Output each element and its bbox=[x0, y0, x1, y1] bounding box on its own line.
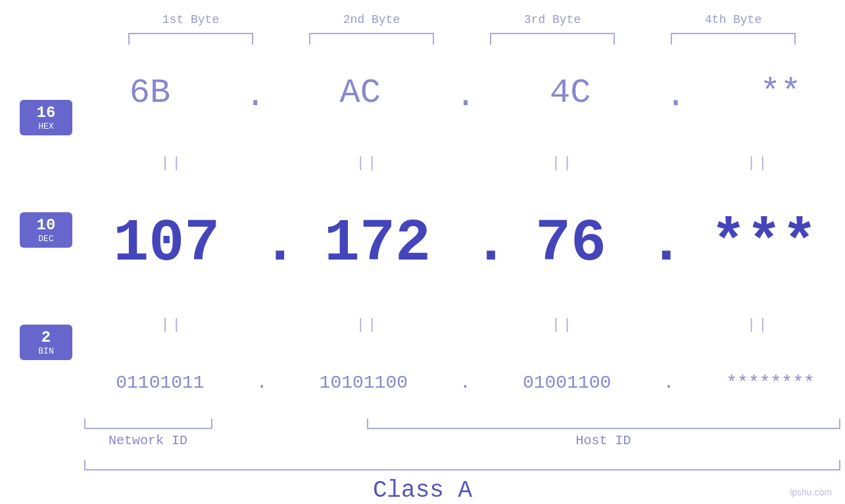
dot-bin-3: . bbox=[659, 373, 679, 393]
bin-byte-4: ******** bbox=[726, 373, 814, 393]
byte-label-1: 1st Byte bbox=[118, 13, 263, 26]
dec-byte-3: 76 bbox=[535, 210, 606, 277]
eq-2-2: || bbox=[295, 317, 440, 333]
class-label-container: Class A bbox=[0, 477, 845, 504]
dec-byte-4: *** bbox=[711, 210, 817, 277]
eq-1-2: || bbox=[295, 155, 440, 172]
bin-badge: 2 BIN bbox=[20, 325, 72, 360]
top-brackets bbox=[101, 33, 824, 45]
byte-label-3: 3rd Byte bbox=[480, 13, 625, 26]
top-bracket-2 bbox=[309, 33, 434, 45]
network-id-label: Network ID bbox=[84, 433, 212, 448]
dot-bin-2: . bbox=[455, 373, 475, 393]
hex-row: 6B . AC . 4C . ** bbox=[92, 70, 838, 116]
top-bracket-3 bbox=[490, 33, 615, 45]
hex-byte-1: 6B bbox=[130, 74, 170, 112]
dot-dec-2: . bbox=[473, 210, 493, 277]
dec-byte-2: 172 bbox=[324, 210, 431, 277]
full-bottom-bracket bbox=[84, 460, 840, 470]
top-bracket-4 bbox=[671, 33, 796, 45]
watermark: ipshu.com bbox=[790, 487, 832, 497]
eq-2-1: || bbox=[100, 317, 245, 333]
byte-label-2: 2nd Byte bbox=[299, 13, 444, 26]
values-area: 6B . AC . 4C . ** || || || || 107 bbox=[85, 51, 845, 412]
dot-dec-1: . bbox=[262, 210, 282, 277]
main-container: 1st Byte 2nd Byte 3rd Byte 4th Byte 16 H… bbox=[0, 0, 845, 504]
dec-row: 107 . 172 . 76 . *** bbox=[92, 210, 838, 277]
bin-byte-2: 10101100 bbox=[320, 373, 408, 393]
eq-1-3: || bbox=[491, 155, 635, 172]
dec-badge: 10 DEC bbox=[20, 212, 72, 248]
equals-row-1: || || || || bbox=[92, 154, 838, 173]
bottom-brackets-row bbox=[84, 419, 840, 429]
dot-bin-1: . bbox=[252, 373, 272, 393]
class-label: Class A bbox=[373, 477, 472, 504]
eq-1-1: || bbox=[100, 155, 245, 172]
hex-badge: 16 HEX bbox=[20, 100, 72, 135]
byte-labels-row: 1st Byte 2nd Byte 3rd Byte 4th Byte bbox=[101, 13, 824, 26]
network-bracket bbox=[84, 419, 212, 429]
bracket-labels: Network ID Host ID bbox=[84, 433, 840, 448]
dot-dec-3: . bbox=[648, 210, 668, 277]
hex-byte-2: AC bbox=[339, 74, 380, 112]
bottom-brackets-area: Network ID Host ID bbox=[84, 419, 840, 448]
byte-label-4: 4th Byte bbox=[661, 13, 806, 26]
dec-byte-1: 107 bbox=[113, 210, 220, 277]
top-bracket-1 bbox=[128, 33, 253, 45]
dot-hex-1: . bbox=[245, 77, 265, 116]
hex-byte-4: ** bbox=[760, 74, 801, 112]
eq-2-3: || bbox=[491, 317, 635, 333]
host-id-label: Host ID bbox=[367, 433, 840, 448]
bin-byte-1: 01101011 bbox=[116, 373, 204, 393]
bin-byte-3: 01001100 bbox=[523, 373, 611, 393]
dot-hex-2: . bbox=[455, 77, 475, 116]
host-bracket bbox=[367, 419, 840, 429]
hex-byte-3: 4C bbox=[550, 74, 591, 112]
eq-1-4: || bbox=[686, 155, 831, 172]
base-badges-column: 16 HEX 10 DEC 2 BIN bbox=[0, 51, 85, 412]
eq-2-4: || bbox=[686, 317, 831, 333]
dot-hex-3: . bbox=[665, 77, 685, 116]
equals-row-2: || || || || bbox=[92, 315, 838, 334]
bin-row: 01101011 . 10101100 . 01001100 . *******… bbox=[92, 373, 838, 393]
